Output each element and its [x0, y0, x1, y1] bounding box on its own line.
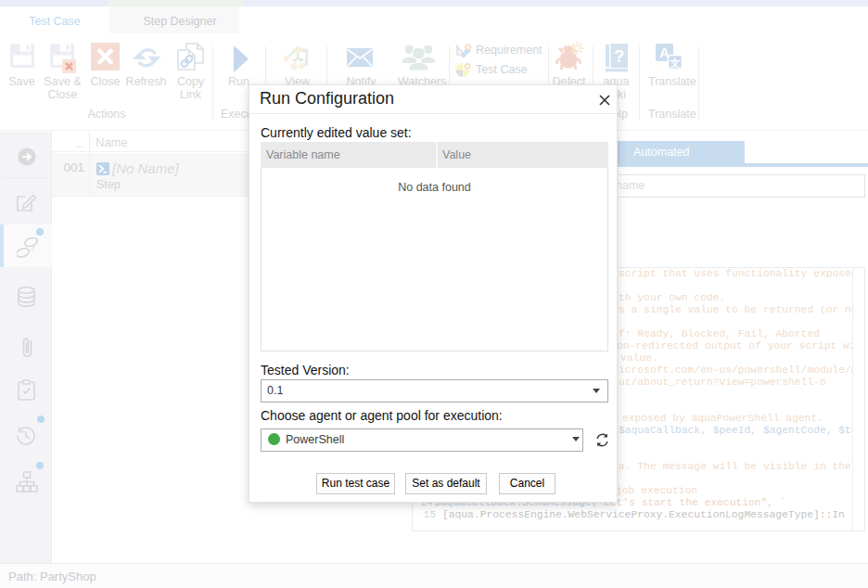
svg-text:文: 文: [670, 58, 681, 69]
svg-text:?: ?: [614, 46, 625, 66]
